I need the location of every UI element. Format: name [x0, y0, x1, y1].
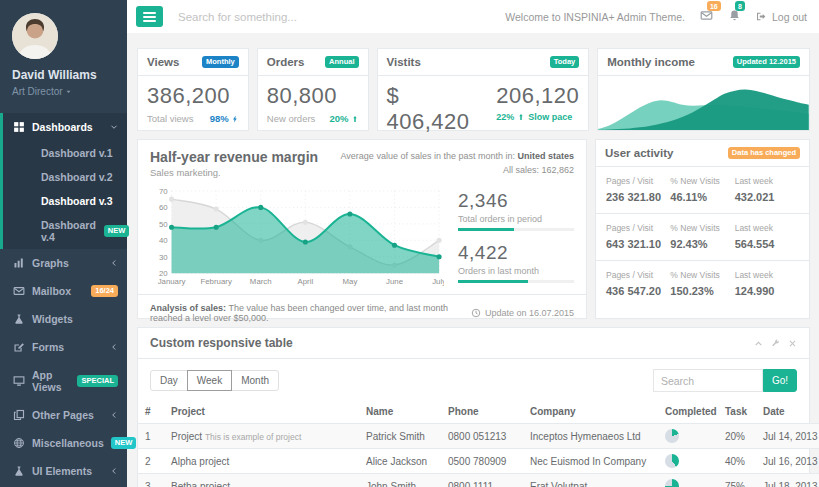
middle-row: Half-year revenue margin Sales marketing… — [137, 139, 810, 319]
sidebar-item-forms[interactable]: Forms — [0, 333, 127, 361]
views-card: Views Monthly 386,200 Total views 98% — [137, 48, 249, 131]
user-profile: David Williams Art Director — [0, 0, 127, 109]
table-row[interactable]: 2 Alpha project Alice Jackson 0500 78090… — [138, 449, 819, 474]
day-button[interactable]: Day — [150, 370, 188, 391]
panel-title: User activity — [605, 147, 673, 159]
sidebar-item-dashboard-v4[interactable]: Dashboard v.4NEW — [3, 213, 127, 249]
sidebar-item-app-views[interactable]: App Views SPECIAL — [0, 361, 127, 401]
orders-label: New orders — [267, 113, 316, 124]
level-up-icon — [517, 113, 525, 121]
sidebar-item-dashboard-v3[interactable]: Dashboard v.3 — [3, 189, 127, 213]
visits-value-2: 206,120 — [496, 83, 579, 109]
sidebar-nav: Dashboards Dashboard v.1 Dashboard v.2 D… — [0, 113, 127, 487]
completed-pie-icon — [665, 429, 679, 443]
chevron-left-icon — [110, 411, 118, 419]
svg-text:30: 30 — [159, 253, 168, 262]
sidebar-item-miscellaneous[interactable]: Miscellaneous NEW — [0, 429, 127, 457]
svg-text:70: 70 — [159, 187, 168, 196]
svg-text:May: May — [343, 277, 358, 286]
today-badge: Today — [550, 56, 580, 68]
wrench-icon[interactable] — [771, 339, 780, 348]
activity-row: Pages / Visit236 321.80 % New Visits46.1… — [596, 167, 809, 214]
visits-card: Vistits Today $ 406,420 44%Rapid pace 20… — [377, 48, 590, 131]
sidebar: David Williams Art Director Dashboards D… — [0, 0, 127, 487]
mailbox-badge: 16/24 — [91, 285, 118, 297]
new-badge: NEW — [111, 437, 137, 449]
svg-text:July: July — [432, 277, 444, 286]
table-row[interactable]: 1 Project This is example of project Pat… — [138, 424, 819, 449]
bolt-icon — [231, 115, 239, 123]
projects-table: # Project Name Phone Company Completed T… — [138, 400, 819, 487]
update-info: Update on 16.07.2015 — [471, 308, 574, 318]
analysis-text: Analysis of sales: The value has been ch… — [150, 303, 457, 323]
caret-down-icon — [65, 88, 72, 95]
go-button[interactable]: Go! — [763, 369, 797, 392]
income-title: Monthly income — [607, 56, 695, 68]
clock-icon — [471, 308, 481, 318]
table-search-input[interactable] — [653, 369, 763, 392]
svg-text:January: January — [158, 277, 186, 286]
sidebar-item-other-pages[interactable]: Other Pages — [0, 401, 127, 429]
logout-button[interactable]: Log out — [756, 11, 807, 23]
user-name: David Williams — [12, 68, 115, 82]
sidebar-item-label: Dashboards — [32, 121, 93, 133]
svg-text:April: April — [297, 277, 313, 286]
stats-row: Views Monthly 386,200 Total views 98% Or… — [137, 48, 810, 131]
search-input[interactable] — [178, 11, 505, 23]
special-badge: SPECIAL — [77, 375, 118, 387]
chevron-left-icon — [110, 259, 118, 267]
revenue-panel: Half-year revenue margin Sales marketing… — [137, 139, 587, 319]
sidebar-item-dashboard-v1[interactable]: Dashboard v.1 — [3, 141, 127, 165]
top-navbar: Welcome to INSPINIA+ Admin Theme. 16 8 L… — [127, 0, 819, 33]
globe-icon — [12, 437, 25, 449]
svg-text:60: 60 — [159, 203, 168, 212]
revenue-chart-area: 203040506070JanuaryFebruaryMarchAprilMay… — [150, 184, 444, 294]
welcome-text: Welcome to INSPINIA+ Admin Theme. — [505, 11, 685, 23]
sales-note: Average value of sales in the past month… — [341, 149, 574, 178]
messages-button[interactable]: 16 — [700, 9, 713, 24]
svg-text:June: June — [386, 277, 403, 286]
sidebar-item-dashboards[interactable]: Dashboards — [3, 113, 127, 141]
main-content: Views Monthly 386,200 Total views 98% Or… — [127, 33, 819, 487]
sidebar-item-graphs[interactable]: Graphs — [0, 249, 127, 277]
views-value: 386,200 — [147, 83, 239, 109]
views-title: Views — [147, 56, 179, 68]
menu-toggle-button[interactable] — [136, 6, 163, 27]
updated-badge: Updated 12.2015 — [733, 56, 800, 68]
svg-text:50: 50 — [159, 220, 168, 229]
orders-value: 80,800 — [267, 83, 359, 109]
sidebar-item-dashboard-v2[interactable]: Dashboard v.2 — [3, 165, 127, 189]
completed-pie-icon — [665, 479, 679, 487]
sidebar-item-widgets[interactable]: Widgets — [0, 305, 127, 333]
week-button[interactable]: Week — [187, 370, 232, 391]
close-icon[interactable] — [788, 339, 797, 348]
activity-row: Pages / Visit436 547.20 % New Visits150.… — [596, 261, 809, 307]
messages-count-badge: 16 — [707, 1, 721, 11]
table-row[interactable]: 3 Betha project John Smith 0800 1111 Era… — [138, 474, 819, 487]
notifications-button[interactable]: 8 — [728, 9, 741, 24]
panel-title: Custom responsive table — [150, 336, 293, 350]
panel-title: Half-year revenue margin — [150, 149, 318, 165]
sidebar-item-ui-elements[interactable]: UI Elements — [0, 457, 127, 485]
month-button[interactable]: Month — [231, 370, 279, 391]
custom-table-panel: Custom responsive table Day Week Month G… — [137, 327, 810, 487]
collapse-icon[interactable] — [754, 339, 763, 348]
orders-last-month-label: Orders in last month — [458, 266, 574, 276]
sidebar-item-mailbox[interactable]: Mailbox 16/24 — [0, 277, 127, 305]
panel-subtitle: Sales marketing. — [150, 167, 318, 178]
user-role-dropdown[interactable]: Art Director — [12, 86, 115, 97]
dashboards-section: Dashboards Dashboard v.1 Dashboard v.2 D… — [0, 113, 127, 249]
monthly-badge: Monthly — [202, 56, 239, 68]
completed-pie-icon — [665, 454, 679, 468]
flask-icon — [12, 465, 25, 477]
views-percent: 98% — [210, 113, 239, 124]
progress-bar — [458, 280, 574, 283]
svg-text:40: 40 — [159, 236, 168, 245]
chevron-left-icon — [110, 467, 118, 475]
revenue-line-chart: 203040506070JanuaryFebruaryMarchAprilMay… — [150, 184, 444, 288]
orders-percent: 20% — [330, 113, 359, 124]
data-changed-badge: Data has changed — [728, 147, 800, 159]
visits-title: Vistits — [387, 56, 421, 68]
flask-icon — [12, 313, 25, 325]
avatar[interactable] — [12, 13, 58, 59]
